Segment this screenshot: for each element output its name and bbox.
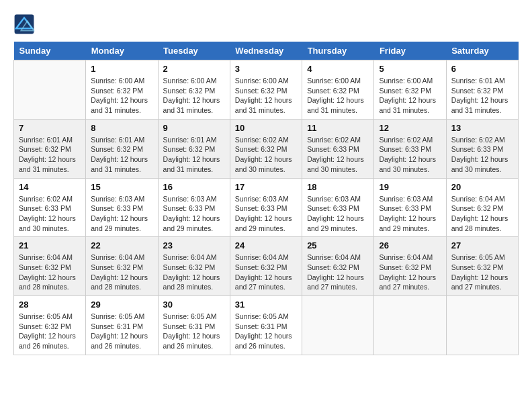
day-info: Sunrise: 6:05 AM Sunset: 6:31 PM Dayligh… [163,312,225,351]
day-info: Sunrise: 6:05 AM Sunset: 6:32 PM Dayligh… [19,312,81,351]
day-info: Sunrise: 6:01 AM Sunset: 6:32 PM Dayligh… [451,76,513,116]
day-cell: 13Sunrise: 6:02 AM Sunset: 6:33 PM Dayli… [446,119,518,178]
day-cell: 20Sunrise: 6:04 AM Sunset: 6:32 PM Dayli… [446,178,518,237]
day-number: 20 [451,182,513,192]
day-cell: 6Sunrise: 6:01 AM Sunset: 6:32 PM Daylig… [446,60,518,120]
day-cell: 24Sunrise: 6:04 AM Sunset: 6:32 PM Dayli… [230,237,302,296]
day-number: 4 [307,64,369,74]
day-cell: 27Sunrise: 6:05 AM Sunset: 6:32 PM Dayli… [446,237,518,296]
day-info: Sunrise: 6:00 AM Sunset: 6:32 PM Dayligh… [235,76,297,116]
day-cell: 19Sunrise: 6:03 AM Sunset: 6:33 PM Dayli… [374,178,446,237]
day-cell: 2Sunrise: 6:00 AM Sunset: 6:32 PM Daylig… [158,60,230,120]
day-cell: 26Sunrise: 6:04 AM Sunset: 6:32 PM Dayli… [374,237,446,296]
day-cell: 9Sunrise: 6:01 AM Sunset: 6:32 PM Daylig… [158,119,230,178]
day-info: Sunrise: 6:03 AM Sunset: 6:33 PM Dayligh… [379,194,441,234]
day-info: Sunrise: 6:04 AM Sunset: 6:32 PM Dayligh… [235,253,297,292]
day-cell: 15Sunrise: 6:03 AM Sunset: 6:33 PM Dayli… [86,178,158,237]
day-cell: 23Sunrise: 6:04 AM Sunset: 6:32 PM Dayli… [158,237,230,296]
col-header-monday: Monday [86,42,158,60]
day-info: Sunrise: 6:02 AM Sunset: 6:33 PM Dayligh… [451,135,513,175]
day-number: 12 [379,123,441,133]
day-number: 27 [451,240,513,250]
day-cell: 10Sunrise: 6:02 AM Sunset: 6:32 PM Dayli… [230,119,302,178]
day-cell [446,296,518,355]
week-row-1: 1Sunrise: 6:00 AM Sunset: 6:32 PM Daylig… [14,60,519,120]
day-number: 19 [379,182,441,192]
day-info: Sunrise: 6:04 AM Sunset: 6:32 PM Dayligh… [307,253,369,292]
day-info: Sunrise: 6:03 AM Sunset: 6:33 PM Dayligh… [307,194,369,234]
calendar-table: SundayMondayTuesdayWednesdayThursdayFrid… [13,42,519,355]
logo [13,13,38,35]
day-number: 8 [91,123,152,133]
col-header-friday: Friday [374,42,446,60]
day-number: 22 [91,240,152,250]
column-headers: SundayMondayTuesdayWednesdayThursdayFrid… [14,42,519,60]
day-cell: 30Sunrise: 6:05 AM Sunset: 6:31 PM Dayli… [158,296,230,355]
day-number: 2 [163,64,225,74]
day-number: 6 [451,64,513,74]
day-number: 30 [163,300,225,310]
day-cell: 1Sunrise: 6:00 AM Sunset: 6:32 PM Daylig… [86,60,158,120]
col-header-tuesday: Tuesday [158,42,230,60]
day-info: Sunrise: 6:05 AM Sunset: 6:31 PM Dayligh… [91,312,152,351]
day-number: 9 [163,123,225,133]
day-cell: 12Sunrise: 6:02 AM Sunset: 6:33 PM Dayli… [374,119,446,178]
day-cell: 5Sunrise: 6:00 AM Sunset: 6:32 PM Daylig… [374,60,446,120]
day-info: Sunrise: 6:02 AM Sunset: 6:33 PM Dayligh… [307,135,369,175]
day-info: Sunrise: 6:03 AM Sunset: 6:33 PM Dayligh… [163,194,225,234]
day-info: Sunrise: 6:05 AM Sunset: 6:31 PM Dayligh… [235,312,297,351]
week-row-4: 21Sunrise: 6:04 AM Sunset: 6:32 PM Dayli… [14,237,519,296]
day-info: Sunrise: 6:01 AM Sunset: 6:32 PM Dayligh… [19,135,81,175]
day-cell: 18Sunrise: 6:03 AM Sunset: 6:33 PM Dayli… [302,178,374,237]
day-info: Sunrise: 6:04 AM Sunset: 6:32 PM Dayligh… [379,253,441,292]
day-cell: 31Sunrise: 6:05 AM Sunset: 6:31 PM Dayli… [230,296,302,355]
day-number: 11 [307,123,369,133]
week-row-2: 7Sunrise: 6:01 AM Sunset: 6:32 PM Daylig… [14,119,519,178]
day-info: Sunrise: 6:03 AM Sunset: 6:33 PM Dayligh… [91,194,152,234]
day-number: 21 [19,240,81,250]
day-info: Sunrise: 6:01 AM Sunset: 6:32 PM Dayligh… [163,135,225,175]
day-info: Sunrise: 6:00 AM Sunset: 6:32 PM Dayligh… [307,76,369,116]
day-number: 15 [91,182,152,192]
day-cell: 16Sunrise: 6:03 AM Sunset: 6:33 PM Dayli… [158,178,230,237]
day-cell: 25Sunrise: 6:04 AM Sunset: 6:32 PM Dayli… [302,237,374,296]
day-cell: 8Sunrise: 6:01 AM Sunset: 6:32 PM Daylig… [86,119,158,178]
day-number: 16 [163,182,225,192]
day-info: Sunrise: 6:03 AM Sunset: 6:33 PM Dayligh… [235,194,297,234]
header [13,13,519,35]
day-cell [302,296,374,355]
day-number: 23 [163,240,225,250]
week-row-3: 14Sunrise: 6:02 AM Sunset: 6:33 PM Dayli… [14,178,519,237]
day-cell [374,296,446,355]
week-row-5: 28Sunrise: 6:05 AM Sunset: 6:32 PM Dayli… [14,296,519,355]
day-number: 10 [235,123,297,133]
day-number: 29 [91,300,152,310]
col-header-sunday: Sunday [14,42,86,60]
day-cell: 14Sunrise: 6:02 AM Sunset: 6:33 PM Dayli… [14,178,86,237]
day-number: 31 [235,300,297,310]
logo-icon [13,13,35,35]
day-number: 24 [235,240,297,250]
col-header-thursday: Thursday [302,42,374,60]
day-number: 25 [307,240,369,250]
day-info: Sunrise: 6:04 AM Sunset: 6:32 PM Dayligh… [19,253,81,292]
day-info: Sunrise: 6:04 AM Sunset: 6:32 PM Dayligh… [163,253,225,292]
day-number: 18 [307,182,369,192]
day-info: Sunrise: 6:04 AM Sunset: 6:32 PM Dayligh… [451,194,513,234]
day-cell: 22Sunrise: 6:04 AM Sunset: 6:32 PM Dayli… [86,237,158,296]
day-cell: 7Sunrise: 6:01 AM Sunset: 6:32 PM Daylig… [14,119,86,178]
day-number: 1 [91,64,152,74]
day-number: 13 [451,123,513,133]
day-cell: 28Sunrise: 6:05 AM Sunset: 6:32 PM Dayli… [14,296,86,355]
day-info: Sunrise: 6:00 AM Sunset: 6:32 PM Dayligh… [163,76,225,116]
day-cell: 11Sunrise: 6:02 AM Sunset: 6:33 PM Dayli… [302,119,374,178]
day-info: Sunrise: 6:05 AM Sunset: 6:32 PM Dayligh… [451,253,513,292]
col-header-wednesday: Wednesday [230,42,302,60]
day-info: Sunrise: 6:01 AM Sunset: 6:32 PM Dayligh… [91,135,152,175]
day-number: 17 [235,182,297,192]
day-info: Sunrise: 6:00 AM Sunset: 6:32 PM Dayligh… [379,76,441,116]
day-info: Sunrise: 6:00 AM Sunset: 6:32 PM Dayligh… [91,76,152,116]
day-number: 26 [379,240,441,250]
day-number: 28 [19,300,81,310]
day-cell: 21Sunrise: 6:04 AM Sunset: 6:32 PM Dayli… [14,237,86,296]
